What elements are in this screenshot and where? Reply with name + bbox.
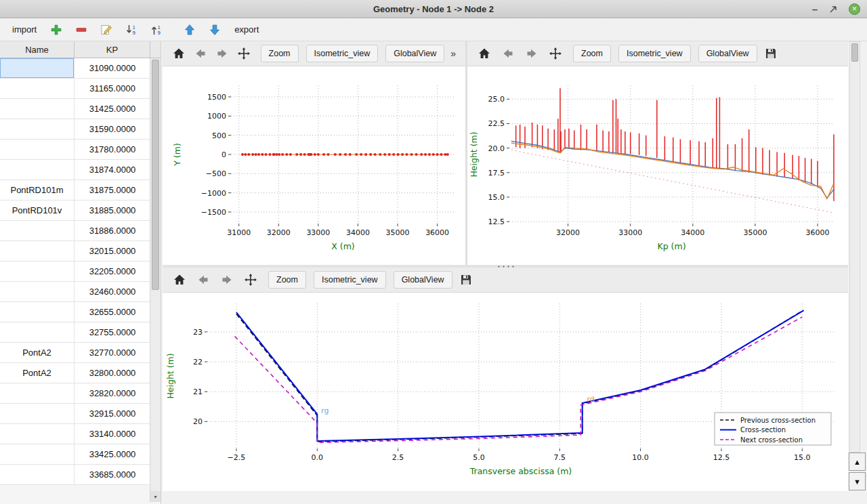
pan-button[interactable] — [240, 270, 261, 289]
sort-ascending-button[interactable]: 19 — [148, 22, 165, 38]
table-row[interactable]: 32820.0000 — [0, 383, 150, 404]
table-row[interactable]: PontRD101m31875.0000 — [0, 180, 150, 201]
table-row[interactable]: 31886.0000 — [0, 221, 150, 241]
cell-kp[interactable]: 31886.0000 — [75, 221, 150, 240]
cell-name[interactable] — [0, 160, 75, 180]
cell-kp[interactable]: 31590.0000 — [75, 119, 150, 139]
move-down-button[interactable] — [207, 22, 223, 38]
table-row[interactable]: PontA232800.0000 — [0, 363, 150, 383]
cell-kp[interactable]: 32820.0000 — [75, 383, 150, 403]
table-row[interactable]: 32915.0000 — [0, 404, 150, 424]
cell-kp[interactable]: 31425.0000 — [75, 99, 150, 119]
toolbar-overflow-button[interactable]: » — [448, 48, 459, 59]
table-row[interactable]: 31874.0000 — [0, 160, 150, 180]
forward-button[interactable] — [217, 270, 237, 289]
table-row[interactable]: 33685.0000 — [0, 465, 150, 485]
cell-kp[interactable]: 33140.0000 — [75, 424, 150, 444]
plan-view-plot[interactable]: 310003200033000340003500036000−1500−1000… — [163, 66, 465, 264]
table-scroll-down-button[interactable]: ▾ — [150, 491, 161, 502]
move-up-button[interactable] — [182, 22, 198, 38]
home-button[interactable] — [474, 44, 494, 63]
cell-name[interactable]: PontRD101v — [0, 201, 75, 220]
table-row[interactable]: 32205.0000 — [0, 261, 150, 282]
scroll-down-button[interactable]: ▼ — [849, 472, 866, 490]
import-button[interactable]: import — [9, 22, 39, 37]
table-row[interactable]: 33425.0000 — [0, 444, 150, 465]
cell-name[interactable] — [0, 140, 75, 159]
cell-kp[interactable]: 32015.0000 — [75, 241, 150, 261]
isometric-view-button[interactable]: Isometric_view — [314, 271, 386, 289]
pan-button[interactable] — [234, 44, 253, 63]
cell-name[interactable]: PontRD101m — [0, 180, 75, 200]
table-row[interactable]: 32460.0000 — [0, 282, 150, 302]
globalview-button[interactable]: GlobalView — [698, 45, 757, 62]
close-button[interactable]: ✕ — [849, 3, 860, 15]
globalview-button[interactable]: GlobalView — [394, 271, 452, 289]
table-row[interactable]: PontRD101v31885.0000 — [0, 201, 150, 221]
remove-row-button[interactable] — [73, 22, 89, 38]
table-scrollbar-thumb[interactable] — [152, 60, 159, 290]
cell-kp[interactable]: 32655.0000 — [75, 302, 150, 322]
edit-row-button[interactable] — [98, 22, 114, 38]
cell-kp[interactable]: 31874.0000 — [75, 160, 150, 180]
table-row[interactable]: 32755.0000 — [0, 322, 150, 343]
add-row-button[interactable] — [48, 22, 64, 38]
table-row[interactable]: 31425.0000 — [0, 99, 150, 119]
cell-name[interactable] — [0, 119, 75, 139]
cell-name[interactable] — [0, 241, 75, 261]
sort-descending-button[interactable]: 19 — [123, 22, 140, 38]
forward-button[interactable] — [522, 44, 542, 63]
table-row[interactable]: 31090.0000 — [0, 58, 150, 79]
table-row[interactable]: 33140.0000 — [0, 424, 150, 444]
cell-kp[interactable]: 32755.0000 — [75, 322, 150, 342]
cell-name[interactable] — [0, 99, 75, 119]
back-button[interactable] — [498, 44, 518, 63]
save-figure-button[interactable] — [456, 270, 476, 289]
longitudinal-profile-plot[interactable]: 320003300034000350003600012.515.017.520.… — [467, 66, 848, 264]
cell-name[interactable] — [0, 58, 75, 78]
cell-name[interactable] — [0, 261, 75, 281]
cell-kp[interactable]: 32770.0000 — [75, 343, 150, 362]
vertical-scrollbar[interactable] — [849, 41, 860, 453]
cell-name[interactable] — [0, 404, 75, 423]
export-button[interactable]: export — [232, 22, 261, 37]
cell-name[interactable] — [0, 383, 75, 403]
cell-kp[interactable]: 32205.0000 — [75, 261, 150, 281]
table-row[interactable]: 31780.0000 — [0, 140, 150, 160]
cell-kp[interactable]: 31780.0000 — [75, 140, 150, 159]
column-header-name[interactable]: Name — [0, 41, 75, 58]
restore-button[interactable] — [829, 5, 837, 14]
cell-name[interactable]: PontA2 — [0, 363, 75, 383]
cell-kp[interactable]: 32800.0000 — [75, 363, 150, 383]
vertical-scrollbar-thumb[interactable] — [851, 43, 858, 62]
table-row[interactable]: 32015.0000 — [0, 241, 150, 261]
back-button[interactable] — [191, 44, 209, 63]
cell-name[interactable] — [0, 302, 75, 322]
globalview-button[interactable]: GlobalView — [385, 45, 444, 62]
table-scrollbar[interactable]: ▾ — [150, 58, 161, 502]
minimize-button[interactable]: – — [812, 6, 818, 13]
home-button[interactable] — [169, 44, 188, 63]
cell-kp[interactable]: 31165.0000 — [75, 79, 150, 98]
zoom-button[interactable]: Zoom — [261, 45, 299, 62]
cell-kp[interactable]: 33685.0000 — [75, 465, 150, 484]
cell-kp[interactable]: 31885.0000 — [75, 201, 150, 220]
cell-name[interactable] — [0, 221, 75, 240]
cell-kp[interactable]: 32460.0000 — [75, 282, 150, 301]
zoom-button[interactable]: Zoom — [573, 45, 611, 62]
cross-section-plot[interactable]: −2.50.02.55.07.510.012.515.020212223Tran… — [163, 293, 848, 490]
pan-button[interactable] — [545, 44, 566, 63]
cell-name[interactable] — [0, 465, 75, 484]
cell-name[interactable] — [0, 282, 75, 301]
table-row[interactable]: 31165.0000 — [0, 79, 150, 99]
table-row[interactable]: 31590.0000 — [0, 119, 150, 140]
title-bar[interactable]: Geometry - Node 1 -> Node 2 – ✕ — [0, 0, 867, 18]
home-button[interactable] — [169, 270, 190, 289]
table-row[interactable]: PontA232770.0000 — [0, 343, 150, 363]
cell-kp[interactable]: 33425.0000 — [75, 444, 150, 464]
cell-name[interactable] — [0, 424, 75, 444]
column-header-kp[interactable]: KP — [75, 41, 150, 58]
isometric-view-button[interactable]: Isometric_view — [618, 45, 691, 62]
cell-name[interactable] — [0, 444, 75, 464]
cell-kp[interactable]: 32915.0000 — [75, 404, 150, 423]
